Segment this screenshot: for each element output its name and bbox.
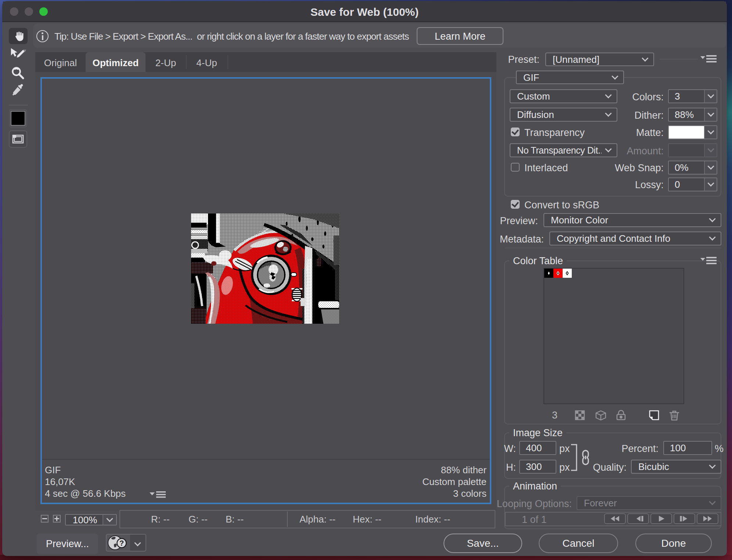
svg-text:?: ?: [119, 539, 124, 547]
